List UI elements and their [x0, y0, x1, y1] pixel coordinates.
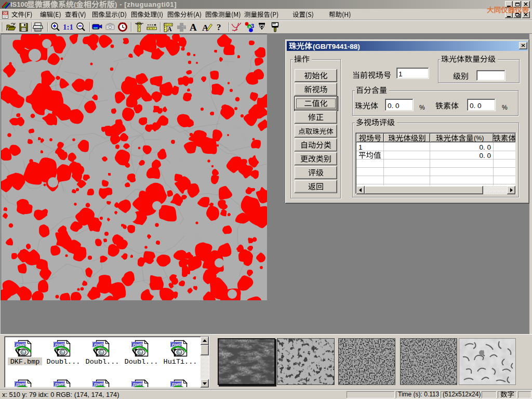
svg-text:0. 0: 0. 0 — [479, 152, 491, 159]
svg-text:Time (s): 0.113: Time (s): 0.113 — [398, 391, 440, 398]
svg-text:1:1: 1:1 — [63, 23, 73, 31]
svg-text:1: 1 — [358, 143, 363, 151]
svg-text:3: 3 — [251, 23, 254, 29]
svg-text:Doubl...: Doubl... — [86, 358, 119, 366]
svg-text:DKF.bmp: DKF.bmp — [10, 358, 40, 366]
svg-text:(%): (%) — [474, 135, 484, 142]
svg-text:HuiTi...: HuiTi... — [164, 358, 197, 366]
svg-text:) - [zhuguangti01]: ) - [zhuguangti01] — [115, 1, 177, 8]
svg-text:0. 0: 0. 0 — [388, 102, 400, 110]
svg-text:%: % — [502, 104, 508, 111]
svg-text:1: 1 — [398, 70, 403, 78]
svg-text:(GB/T9441-88): (GB/T9441-88) — [313, 43, 360, 50]
svg-text:(512x512x24): (512x512x24) — [443, 391, 481, 398]
svg-text:(: ( — [74, 1, 76, 8]
svg-text:Doubl...: Doubl... — [125, 358, 158, 366]
svg-text:0. 0: 0. 0 — [470, 102, 482, 110]
svg-text:x: 510 y: 79 idx: 0 RGB: (174,: x: 510 y: 79 idx: 0 RGB: (174, 174, 174) — [2, 391, 119, 398]
svg-text:%: % — [419, 104, 425, 111]
svg-text:IS100: IS100 — [10, 1, 28, 8]
svg-text:Doubl...: Doubl... — [47, 358, 81, 366]
svg-text:DOC: DOC — [3, 12, 9, 15]
svg-text:A: A — [167, 25, 172, 33]
svg-text:A: A — [202, 23, 209, 33]
svg-text:A: A — [190, 22, 197, 33]
svg-text:0. 0: 0. 0 — [479, 143, 491, 151]
svg-text:?: ? — [217, 22, 221, 32]
